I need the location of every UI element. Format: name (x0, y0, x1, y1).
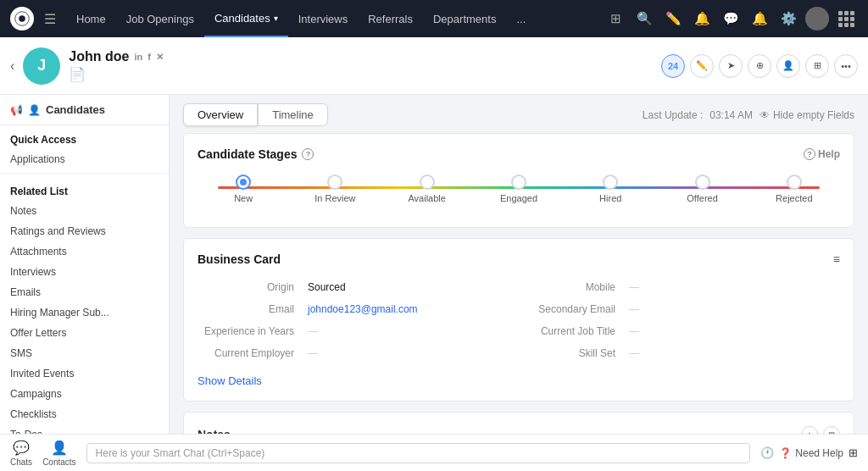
candidate-stages-title: Candidate Stages ? ? Help (198, 147, 840, 161)
sidebar-item-attachments[interactable]: Attachments (0, 241, 169, 262)
settings-icon[interactable]: ⚙️ (776, 7, 800, 30)
stage-radio-new[interactable] (236, 175, 251, 190)
stage-available: Available (381, 175, 473, 203)
chat-bottom-icon: 💬 (13, 440, 30, 456)
bc-employer-value: — (308, 347, 318, 359)
document-icon[interactable]: 📄 (69, 66, 86, 82)
stage-label-offered: Offered (687, 193, 718, 203)
sidebar-item-ratings[interactable]: Ratings and Reviews (0, 221, 169, 241)
tabs-bar: Overview Timeline Last Update : 03:14 AM… (183, 95, 854, 133)
bc-origin-row: Origin Sourced (198, 276, 519, 298)
nav-referrals[interactable]: Referrals (358, 0, 423, 37)
stages-info-icon[interactable]: ? (302, 148, 314, 160)
stage-label-new: New (234, 193, 253, 203)
apps-icon[interactable] (834, 7, 858, 30)
eye-icon: 👁 (760, 109, 770, 121)
bell-icon[interactable]: 🔔 (690, 7, 714, 30)
stage-offered: Offered (656, 175, 748, 203)
stage-radio-available[interactable] (420, 175, 435, 190)
sidebar-item-notes[interactable]: Notes (0, 201, 169, 221)
question-icon: ❓ (779, 447, 792, 459)
convert-action-button[interactable]: ⊕ (748, 54, 771, 78)
bottom-bar: 💬 Chats 👤 Contacts Here is your Smart Ch… (0, 434, 868, 471)
stage-label-engaged: Engaged (500, 193, 537, 203)
nav-interviews[interactable]: Interviews (288, 0, 359, 37)
need-help-button[interactable]: ❓ Need Help (779, 447, 843, 459)
bc-left-col: Origin Sourced Email johndoe123@gmail.co… (198, 276, 519, 364)
edit-action-button[interactable]: ✏️ (690, 54, 714, 78)
app-logo[interactable] (10, 7, 34, 30)
stages-container: New In Review Available Engaged (198, 171, 840, 213)
hide-empty-fields-button[interactable]: 👁 Hide empty Fields (760, 109, 854, 121)
last-update-time: 03:14 AM (709, 109, 753, 121)
quick-access-title: Quick Access (0, 125, 169, 149)
tabs: Overview Timeline (183, 103, 328, 126)
stage-radio-engaged[interactable] (511, 175, 526, 190)
bc-skill-label: Skill Set (519, 347, 629, 359)
settings-lines-icon[interactable]: ≡ (833, 252, 840, 266)
hamburger-menu[interactable]: ☰ (44, 11, 56, 27)
tab-overview[interactable]: Overview (183, 103, 258, 126)
stage-label-hired: Hired (599, 193, 621, 203)
linkedin-icon[interactable]: in (134, 52, 142, 62)
bottom-contacts[interactable]: 👤 Contacts (42, 440, 75, 467)
stage-label-available: Available (408, 193, 445, 203)
sidebar-item-checklists[interactable]: Checklists (0, 404, 169, 424)
tab-timeline[interactable]: Timeline (258, 103, 328, 126)
chat-icon[interactable]: 💬 (719, 7, 743, 30)
facebook-icon[interactable]: f (147, 52, 151, 62)
contacts-action-button[interactable]: 👤 (776, 54, 800, 78)
tab-right: Last Update : 03:14 AM 👁 Hide empty Fiel… (643, 109, 854, 121)
stages-help: ? Help (804, 148, 840, 160)
search-icon[interactable]: 🔍 (632, 7, 656, 30)
sidebar-item-invited-events[interactable]: Invited Events (0, 363, 169, 384)
user-avatar[interactable] (805, 7, 829, 30)
show-details-button[interactable]: Show Details (198, 374, 262, 387)
sidebar-item-hiring-manager[interactable]: Hiring Manager Sub... (0, 302, 169, 323)
candidate-actions: 24 ✏️ ➤ ⊕ 👤 ⊞ ••• (661, 54, 858, 78)
send-action-button[interactable]: ➤ (719, 54, 743, 78)
bottom-right: 🕐 ❓ Need Help ⊞ (760, 446, 858, 459)
notification-icon[interactable]: 🔔 (748, 7, 771, 30)
grid-action-button[interactable]: ⊞ (805, 54, 829, 78)
twitter-icon[interactable]: ✕ (156, 52, 164, 63)
stage-radio-hired[interactable] (603, 175, 618, 190)
bc-origin-label: Origin (198, 281, 308, 293)
bc-skill-value: — (629, 347, 639, 359)
sidebar-item-offer-letters[interactable]: Offer Letters (0, 323, 169, 343)
bottom-chats[interactable]: 💬 Chats (10, 440, 32, 467)
nav-home[interactable]: Home (66, 0, 116, 37)
sidebar-item-interviews[interactable]: Interviews (0, 262, 169, 282)
svg-point-1 (19, 15, 25, 22)
bc-secondary-email-row: Secondary Email — (519, 298, 840, 320)
pen-icon[interactable]: ✏️ (661, 7, 685, 30)
bc-experience-value: — (308, 325, 318, 337)
nav-menu: Home Job Openings Candidates ▾ Interview… (66, 0, 600, 37)
stage-radio-in-review[interactable] (327, 175, 342, 190)
back-button[interactable]: ‹ (10, 58, 14, 74)
action-24-button[interactable]: 24 (661, 54, 685, 78)
stage-radio-offered[interactable] (695, 175, 710, 190)
sidebar-item-sms[interactable]: SMS (0, 343, 169, 363)
stage-label-rejected: Rejected (776, 193, 812, 203)
stage-hired: Hired (565, 175, 656, 203)
sidebar-item-campaigns[interactable]: Campaigns (0, 384, 169, 404)
sub-header: ‹ J John doe in f ✕ 📄 24 ✏️ ➤ ⊕ 👤 ⊞ ••• (0, 37, 868, 95)
nav-more[interactable]: ... (506, 0, 536, 37)
grid-icon[interactable]: ⊞ (604, 7, 627, 30)
nav-departments[interactable]: Departments (423, 0, 506, 37)
bc-current-job-row: Current Job Title — (519, 320, 840, 342)
nav-job-openings[interactable]: Job Openings (116, 0, 204, 37)
sidebar-item-applications[interactable]: Applications (0, 149, 169, 169)
contacts-icon: 👤 (51, 440, 68, 456)
grid-bottom-icon[interactable]: ⊞ (849, 446, 858, 459)
sidebar-item-emails[interactable]: Emails (0, 282, 169, 302)
bc-experience-row: Experience in Years — (198, 320, 519, 342)
nav-candidates[interactable]: Candidates ▾ (204, 0, 288, 37)
help-button[interactable]: ? Help (804, 148, 840, 160)
stage-radio-rejected[interactable] (787, 175, 802, 190)
last-update-label: Last Update : (643, 109, 703, 121)
bc-email-row: Email johndoe123@gmail.com (198, 298, 519, 320)
smart-chat-input[interactable]: Here is your Smart Chat (Ctrl+Space) (86, 443, 751, 463)
more-actions-button[interactable]: ••• (834, 54, 858, 78)
